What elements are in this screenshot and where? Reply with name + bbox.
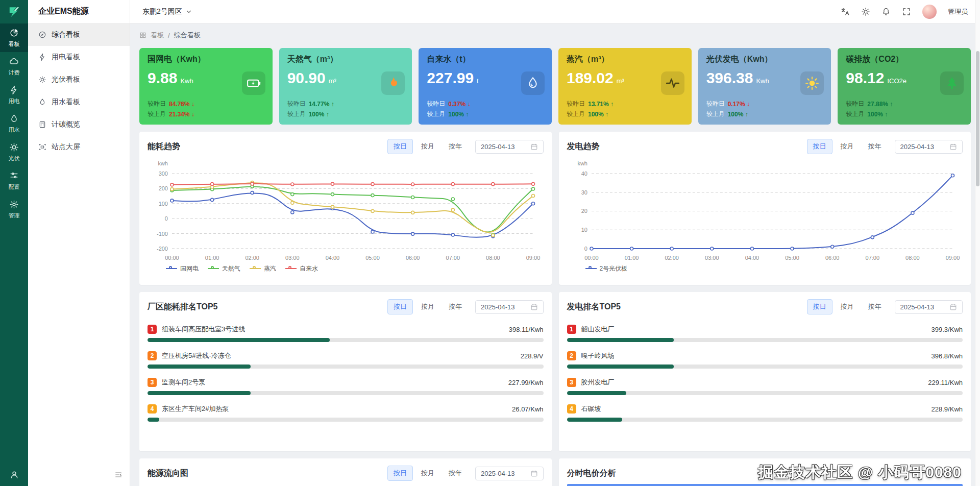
rail-item-water[interactable]: 用水 bbox=[0, 109, 28, 138]
kpi-title: 自来水（t） bbox=[427, 54, 544, 65]
calendar-icon bbox=[530, 143, 538, 151]
date-picker[interactable]: 2025-04-13 bbox=[475, 300, 544, 314]
scrollbar-thumb[interactable] bbox=[976, 51, 979, 186]
username: 管理员 bbox=[948, 7, 968, 16]
kpi-stat-label: 较昨日 bbox=[148, 100, 166, 108]
chevron-down-icon bbox=[185, 8, 192, 15]
tab-day[interactable]: 按日 bbox=[807, 299, 832, 314]
rail-item-dashboard[interactable]: 看板 bbox=[0, 23, 28, 52]
rail-item-manage[interactable]: 管理 bbox=[0, 195, 28, 224]
svg-text:05:00: 05:00 bbox=[365, 255, 380, 261]
rank-item-name: 东区生产车间2#加热泵 bbox=[162, 404, 229, 414]
tab-month[interactable]: 按月 bbox=[415, 466, 440, 481]
tab-month[interactable]: 按月 bbox=[835, 299, 860, 314]
svg-text:06:00: 06:00 bbox=[825, 255, 839, 261]
kpi-stat-line: 较上月 100% ↑ bbox=[706, 110, 823, 118]
avatar[interactable] bbox=[922, 5, 937, 19]
rail-user-button[interactable] bbox=[0, 464, 28, 486]
rank-progress-fill bbox=[148, 391, 251, 395]
rank-badge: 3 bbox=[567, 378, 576, 387]
rank-item-value: 396.8/Kwh bbox=[932, 352, 963, 360]
kpi-stat-label: 较上月 bbox=[427, 110, 445, 118]
rank-item-value: 399.3/Kwh bbox=[932, 326, 963, 333]
panel-energy-trend: 能耗趋势 按日按月按年 2025-04-13 -200-100010020030… bbox=[139, 132, 552, 285]
panel-title: 发电趋势 bbox=[567, 141, 807, 152]
date-picker[interactable]: 2025-04-13 bbox=[895, 300, 963, 314]
legend-item[interactable]: 自来水 bbox=[285, 264, 318, 273]
config-icon bbox=[9, 171, 19, 181]
legend-item[interactable]: 蒸汽 bbox=[250, 264, 276, 273]
rank-progress-fill bbox=[567, 364, 674, 369]
rail-item-billing[interactable]: 计费 bbox=[0, 52, 28, 81]
panel-title: 能耗趋势 bbox=[148, 141, 387, 152]
flame-icon bbox=[381, 71, 405, 95]
calendar-icon bbox=[530, 470, 538, 477]
menu-item-overview[interactable]: 综合看板 bbox=[28, 23, 130, 46]
rail-item-config[interactable]: 配置 bbox=[0, 166, 28, 195]
rail-item-label: 看板 bbox=[9, 40, 20, 48]
app-root: 看板 计费 用电 用水 光伏 配置 管理 企业EMS能源 综合看板 用电看板 光… bbox=[0, 0, 980, 486]
rail-item-power[interactable]: 用电 bbox=[0, 81, 28, 109]
menu-item-label: 综合看板 bbox=[52, 30, 80, 39]
tab-year[interactable]: 按年 bbox=[443, 139, 468, 154]
tab-month[interactable]: 按月 bbox=[835, 139, 860, 154]
period-tabs: 按日按月按年 bbox=[387, 466, 468, 481]
menu-item-carbon[interactable]: 计碳概览 bbox=[28, 113, 130, 136]
date-picker[interactable]: 2025-04-13 bbox=[475, 467, 544, 480]
panel-energy-rank: 厂区能耗排名TOP5 按日按月按年 2025-04-13 1 组装车间高压配电室… bbox=[139, 292, 552, 451]
tab-day[interactable]: 按日 bbox=[387, 299, 413, 314]
tab-day[interactable]: 按日 bbox=[807, 139, 832, 154]
kpi-stat-line: 较昨日 84.76% ↓ bbox=[148, 100, 264, 108]
legend-item[interactable]: 2号光伏板 bbox=[585, 264, 628, 273]
legend-label: 国网电 bbox=[180, 264, 199, 273]
tab-month[interactable]: 按月 bbox=[415, 139, 440, 154]
panel-controls: 按日按月按年 2025-04-13 bbox=[387, 466, 544, 481]
collapse-sidebar-button[interactable] bbox=[107, 466, 130, 486]
rail-item-solar[interactable]: 光伏 bbox=[0, 138, 28, 166]
rail-item-label: 配置 bbox=[9, 183, 20, 191]
kpi-stat-line: 较昨日 13.71% ↑ bbox=[567, 100, 683, 108]
kpi-stats: 较昨日 13.71% ↑ 较上月 100% ↑ bbox=[567, 100, 683, 118]
park-selector[interactable]: 东鹏2号园区 bbox=[142, 7, 192, 16]
kpi-unit: tCO2e bbox=[887, 77, 906, 85]
bell-icon[interactable] bbox=[881, 7, 891, 16]
rank-item-name: 空压机房5#进线-冷冻仓 bbox=[162, 351, 231, 360]
tab-year[interactable]: 按年 bbox=[443, 299, 468, 314]
tab-day[interactable]: 按日 bbox=[387, 466, 413, 481]
tab-year[interactable]: 按年 bbox=[862, 139, 888, 154]
menu-item-electric[interactable]: 用电看板 bbox=[28, 46, 130, 68]
svg-text:09:00: 09:00 bbox=[945, 255, 960, 261]
legend-item[interactable]: 天然气 bbox=[208, 264, 240, 273]
kpi-stat-label: 较上月 bbox=[706, 110, 725, 118]
theme-icon[interactable] bbox=[861, 7, 870, 16]
solar-icon bbox=[9, 142, 19, 152]
menu-item-waterboard[interactable]: 用水看板 bbox=[28, 91, 130, 113]
water-icon bbox=[9, 114, 19, 124]
kpi-stat-line: 较上月 100% ↑ bbox=[427, 110, 544, 118]
kpi-card-droplet: 自来水（t） 227.99 t 较昨日 0.37% ↓ 较上月 100% ↑ bbox=[419, 48, 552, 125]
sidebar-menu: 综合看板 用电看板 光伏看板 用水看板 计碳概览 站点大屏 bbox=[28, 23, 130, 158]
rank-item-name: 组装车间高压配电室3号进线 bbox=[162, 325, 245, 334]
rank-progress-track bbox=[567, 364, 963, 369]
tab-year[interactable]: 按年 bbox=[862, 299, 888, 314]
breadcrumb-item[interactable]: 看板 bbox=[151, 31, 164, 40]
fullscreen-icon[interactable] bbox=[902, 7, 911, 16]
kpi-row: 国网电（Kwh） 9.88 Kwh 较昨日 84.76% ↓ 较上月 21.34… bbox=[139, 48, 971, 125]
app-logo[interactable] bbox=[0, 0, 28, 23]
date-picker[interactable]: 2025-04-13 bbox=[475, 140, 544, 154]
tab-year[interactable]: 按年 bbox=[443, 466, 468, 481]
translate-icon[interactable] bbox=[841, 7, 850, 16]
kpi-title: 国网电（Kwh） bbox=[148, 54, 264, 65]
rank-progress-track bbox=[148, 391, 544, 395]
scrollbar-track[interactable] bbox=[975, 0, 980, 486]
menu-item-pv[interactable]: 光伏看板 bbox=[28, 68, 130, 91]
energy-trend-chart: -200-1000100200300kwh00:0001:0002:0003:0… bbox=[148, 158, 544, 263]
tab-month[interactable]: 按月 bbox=[415, 299, 440, 314]
kpi-title: 天然气（m³） bbox=[287, 54, 404, 65]
tab-day[interactable]: 按日 bbox=[387, 139, 413, 154]
kpi-title: 蒸汽（m³） bbox=[567, 54, 683, 65]
date-picker[interactable]: 2025-04-13 bbox=[895, 140, 963, 154]
menu-item-screen[interactable]: 站点大屏 bbox=[28, 136, 130, 158]
legend-item[interactable]: 国网电 bbox=[166, 264, 199, 273]
battery-icon bbox=[242, 71, 265, 95]
